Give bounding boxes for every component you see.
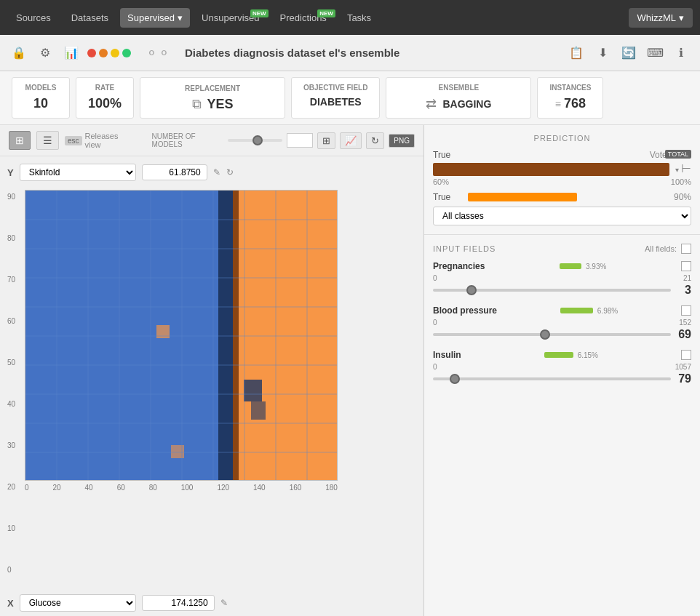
x-value-input[interactable]: 174.1250 [142, 595, 215, 611]
right-panel: PREDICTION True Vote share ▾ TOTAL ⊢ 60%… [423, 125, 700, 616]
pregnancies-importance-pct: 3.93% [586, 263, 606, 271]
nav-sources[interactable]: Sources [7, 8, 60, 28]
insulin-importance-bar [544, 352, 573, 358]
png-btn[interactable]: PNG [389, 134, 415, 148]
nav-datasets[interactable]: Datasets [63, 8, 117, 28]
pregnancies-checkbox[interactable] [681, 261, 691, 271]
input-section: INPUT FIELDS All fields: Pregnancies 3.9… [424, 235, 700, 616]
x-field-select[interactable]: Glucose [20, 594, 136, 612]
pregnancies-header: Pregnancies 3.93% [433, 261, 691, 271]
refresh-icon[interactable]: 🔄 [619, 43, 639, 63]
input-section-header: INPUT FIELDS All fields: [433, 244, 691, 254]
grid-icon-btn[interactable]: ⊞ [317, 132, 335, 149]
insulin-header: Insulin 6.15% [433, 350, 691, 360]
code-icon[interactable]: ⌨ [645, 43, 665, 63]
pregnancies-slider-thumb[interactable] [466, 285, 477, 295]
model-icon[interactable]: ⚙ [35, 43, 55, 63]
rate-card: RATE 100% [76, 77, 134, 119]
dot-4 [122, 49, 131, 57]
ensemble-icon: ⚬⚬ [146, 44, 170, 62]
blood-pressure-slider-row: 69 [433, 328, 691, 341]
esc-badge: esc [65, 136, 82, 145]
rate-value: 100% [88, 96, 122, 111]
pred-main-bar [433, 163, 669, 176]
replacement-value: YES [207, 97, 234, 112]
y-tick-90: 90 [7, 193, 20, 201]
nav-unsupervised-container: Unsupervised NEW [193, 8, 269, 28]
x-axis-control: X Glucose 174.1250 ✎ [7, 594, 416, 612]
insulin-checkbox[interactable] [681, 350, 691, 360]
x-edit-icon[interactable]: ✎ [220, 598, 228, 608]
x-ticks: 0 20 40 60 80 100 120 140 160 180 [25, 484, 338, 492]
blood-pressure-slider-track[interactable] [433, 333, 671, 336]
y-axis-control: Y Skinfold 61.8750 ✎ ↻ [7, 164, 416, 181]
x-tick-40: 40 [85, 484, 93, 492]
blood-pressure-value: 69 [677, 328, 691, 341]
y-edit-icon[interactable]: ✎ [213, 167, 220, 177]
y-refresh-icon[interactable]: ↻ [226, 167, 234, 177]
ensemble-card: ENSEMBLE ⇄ BAGGING [386, 77, 531, 119]
main-content: ⊞ ☰ esc Releases view NUMBER OF MODELS 1… [0, 125, 700, 616]
grid-view-button[interactable]: ⊞ [9, 131, 31, 150]
download-icon[interactable]: ⬇ [592, 43, 613, 63]
chart-area: Y Skinfold 61.8750 ✎ ↻ 0 10 20 30 40 50 [0, 156, 423, 616]
y-tick-20: 20 [7, 483, 20, 491]
dropdown-arrow[interactable]: ▾ [675, 166, 679, 174]
nav-supervised[interactable]: Supervised ▾ [120, 8, 190, 28]
insulin-importance: 6.15% [544, 351, 598, 359]
whizzml-button[interactable]: WhizzML ▾ [629, 8, 693, 28]
lock-icon[interactable]: 🔒 [9, 43, 29, 63]
esc-hint: esc Releases view [65, 132, 135, 149]
reload-icon-btn[interactable]: ↻ [366, 132, 384, 149]
models-slider-track[interactable] [228, 139, 282, 142]
num-models-label: NUMBER OF MODELS [152, 132, 224, 148]
blood-pressure-slider-thumb[interactable] [540, 329, 550, 340]
instances-label: INSTANCES [549, 84, 591, 92]
x-tick-140: 140 [253, 484, 266, 492]
prediction-header-row: True Vote share [433, 150, 691, 160]
y-tick-60: 60 [7, 317, 20, 325]
pred-true-pct: 90% [674, 192, 691, 202]
y-ticks: 0 10 20 30 40 50 60 70 80 90 [7, 190, 25, 590]
ensemble-label: ENSEMBLE [426, 84, 491, 92]
report-icon[interactable]: 📋 [566, 43, 586, 63]
replacement-card: REPLACEMENT ⧉ YES [140, 77, 285, 119]
model-count-input[interactable]: 10 [287, 133, 313, 148]
settings-icon[interactable]: 📊 [61, 43, 81, 63]
blood-pressure-max: 152 [679, 319, 691, 327]
pred-true-bar [468, 193, 577, 201]
y-tick-30: 30 [7, 441, 20, 449]
classes-select[interactable]: All classes [433, 207, 691, 225]
insulin-slider-track[interactable] [433, 377, 671, 380]
pregnancies-slider-track[interactable] [433, 289, 671, 292]
x-label: X [7, 598, 14, 609]
x-tick-180: 180 [325, 484, 338, 492]
models-slider-thumb[interactable] [252, 135, 263, 145]
blood-pressure-checkbox[interactable] [681, 305, 691, 316]
x-tick-160: 160 [290, 484, 302, 492]
pred-true-header: True [433, 150, 450, 160]
pregnancies-range: 0 21 [433, 274, 691, 282]
y-value-input[interactable]: 61.8750 [142, 164, 207, 180]
info-icon[interactable]: ℹ [671, 43, 691, 63]
heatmap-svg [25, 190, 338, 481]
pregnancies-value: 3 [677, 284, 691, 297]
bagging-icon: ⇄ [426, 96, 437, 112]
pred-true-row: True 90% [433, 192, 691, 202]
x-tick-20: 20 [53, 484, 61, 492]
all-fields-checkbox[interactable] [681, 244, 691, 254]
replacement-label: REPLACEMENT [185, 84, 240, 92]
dot-3 [111, 49, 119, 57]
list-view-button[interactable]: ☰ [36, 131, 59, 150]
insulin-slider-thumb[interactable] [450, 374, 460, 384]
status-dots [87, 49, 131, 57]
insulin-range: 0 1057 [433, 363, 691, 371]
chart-icon-btn[interactable]: 📈 [340, 132, 362, 149]
y-field-select[interactable]: Skinfold [20, 164, 136, 181]
svg-rect-3 [233, 191, 239, 481]
x-tick-0: 0 [25, 484, 29, 492]
pred-true-label: True [433, 192, 462, 202]
all-fields-label: All fields: [645, 244, 677, 253]
insulin-min: 0 [433, 363, 437, 371]
nav-tasks[interactable]: Tasks [338, 8, 380, 28]
